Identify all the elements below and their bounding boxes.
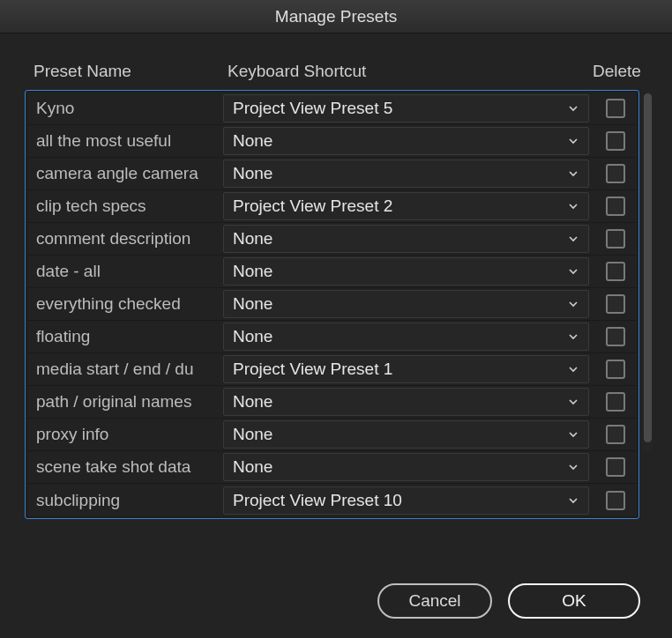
- delete-cell: [594, 262, 637, 281]
- table-row: date - allNone: [27, 256, 637, 288]
- shortcut-cell: Project View Preset 1: [223, 355, 589, 383]
- preset-table: KynoProject View Preset 5all the most us…: [25, 90, 639, 519]
- preset-name-cell[interactable]: camera angle camera: [27, 164, 218, 183]
- chevron-down-icon: [567, 494, 579, 507]
- preset-name-cell[interactable]: path / original names: [27, 392, 218, 412]
- delete-checkbox[interactable]: [606, 294, 625, 314]
- cancel-button[interactable]: Cancel: [377, 583, 492, 619]
- shortcut-dropdown-label: None: [233, 457, 273, 477]
- table-row: path / original namesNone: [27, 386, 637, 419]
- shortcut-dropdown[interactable]: None: [223, 388, 589, 416]
- preset-name-cell[interactable]: scene take shot data: [27, 457, 218, 477]
- delete-cell: [594, 457, 637, 477]
- dialog-content: Preset Name Keyboard Shortcut Delete Kyn…: [0, 33, 672, 564]
- shortcut-dropdown[interactable]: None: [223, 127, 589, 155]
- dialog-title: Manage Presets: [275, 7, 397, 26]
- shortcut-cell: None: [223, 290, 589, 318]
- shortcut-cell: None: [223, 127, 589, 155]
- table-row: clip tech specsProject View Preset 2: [27, 190, 637, 223]
- delete-checkbox[interactable]: [606, 99, 625, 118]
- shortcut-dropdown[interactable]: None: [223, 225, 589, 253]
- delete-checkbox[interactable]: [606, 131, 625, 151]
- preset-name-cell[interactable]: floating: [27, 327, 218, 346]
- chevron-down-icon: [567, 298, 579, 310]
- preset-name-cell[interactable]: all the most useful: [27, 131, 218, 151]
- shortcut-dropdown[interactable]: Project View Preset 1: [223, 355, 589, 383]
- shortcut-cell: None: [223, 453, 589, 481]
- shortcut-dropdown[interactable]: Project View Preset 10: [223, 486, 589, 515]
- shortcut-dropdown-label: None: [233, 327, 273, 346]
- preset-name-cell[interactable]: everything checked: [27, 294, 218, 314]
- dialog-footer: Cancel OK: [0, 564, 672, 638]
- manage-presets-dialog: Manage Presets Preset Name Keyboard Shor…: [0, 0, 672, 638]
- shortcut-dropdown-label: None: [233, 392, 273, 412]
- table-row: comment descriptionNone: [27, 223, 637, 256]
- delete-cell: [594, 294, 637, 314]
- shortcut-cell: None: [223, 323, 589, 351]
- ok-button[interactable]: OK: [508, 583, 640, 619]
- preset-name-cell[interactable]: date - all: [27, 262, 218, 281]
- delete-checkbox[interactable]: [606, 491, 625, 510]
- cancel-button-label: Cancel: [408, 591, 460, 611]
- shortcut-dropdown-label: Project View Preset 10: [233, 491, 402, 510]
- shortcut-dropdown[interactable]: None: [223, 160, 589, 188]
- chevron-down-icon: [567, 428, 579, 441]
- column-header-shortcut: Keyboard Shortcut: [228, 62, 593, 81]
- preset-name-cell[interactable]: media start / end / du: [27, 360, 218, 379]
- delete-cell: [594, 327, 637, 346]
- delete-checkbox[interactable]: [606, 425, 625, 444]
- table-row: proxy infoNone: [27, 419, 637, 451]
- table-row: subclippingProject View Preset 10: [27, 484, 637, 516]
- chevron-down-icon: [567, 233, 579, 245]
- shortcut-dropdown[interactable]: None: [223, 257, 589, 286]
- shortcut-cell: None: [223, 388, 589, 416]
- shortcut-dropdown[interactable]: Project View Preset 2: [223, 192, 589, 220]
- delete-checkbox[interactable]: [606, 197, 625, 216]
- scrollbar[interactable]: [643, 92, 653, 451]
- shortcut-dropdown[interactable]: None: [223, 323, 589, 351]
- preset-name-cell[interactable]: Kyno: [27, 99, 218, 118]
- preset-name-cell[interactable]: proxy info: [27, 425, 218, 444]
- delete-checkbox[interactable]: [606, 392, 625, 412]
- shortcut-dropdown[interactable]: None: [223, 290, 589, 318]
- column-header-name: Preset Name: [34, 62, 228, 81]
- table-row: media start / end / duProject View Prese…: [27, 353, 637, 386]
- preset-name-cell[interactable]: clip tech specs: [27, 197, 218, 216]
- titlebar: Manage Presets: [0, 0, 672, 33]
- shortcut-dropdown-label: None: [233, 131, 273, 151]
- chevron-down-icon: [567, 102, 579, 115]
- shortcut-dropdown[interactable]: None: [223, 453, 589, 481]
- delete-cell: [594, 425, 637, 444]
- delete-checkbox[interactable]: [606, 327, 625, 346]
- delete-cell: [594, 164, 637, 183]
- shortcut-dropdown-label: None: [233, 294, 273, 314]
- table-row: floatingNone: [27, 321, 637, 353]
- chevron-down-icon: [567, 135, 579, 147]
- shortcut-cell: None: [223, 257, 589, 286]
- table-row: camera angle cameraNone: [27, 158, 637, 190]
- preset-name-cell[interactable]: comment description: [27, 229, 218, 249]
- table-row: scene take shot dataNone: [27, 451, 637, 484]
- delete-cell: [594, 229, 637, 249]
- scrollbar-thumb[interactable]: [644, 93, 652, 442]
- delete-checkbox[interactable]: [606, 457, 625, 477]
- shortcut-cell: None: [223, 225, 589, 253]
- delete-checkbox[interactable]: [606, 229, 625, 249]
- delete-checkbox[interactable]: [606, 164, 625, 183]
- shortcut-dropdown[interactable]: Project View Preset 5: [223, 94, 589, 122]
- shortcut-dropdown[interactable]: None: [223, 420, 589, 449]
- shortcut-cell: None: [223, 160, 589, 188]
- column-header-delete: Delete: [593, 62, 649, 81]
- delete-checkbox[interactable]: [606, 360, 625, 379]
- preset-name-cell[interactable]: subclipping: [27, 491, 218, 510]
- chevron-down-icon: [567, 330, 579, 343]
- delete-checkbox[interactable]: [606, 262, 625, 281]
- table-row: KynoProject View Preset 5: [27, 93, 637, 125]
- shortcut-cell: None: [223, 420, 589, 449]
- chevron-down-icon: [567, 363, 579, 375]
- chevron-down-icon: [567, 461, 579, 473]
- shortcut-cell: Project View Preset 10: [223, 486, 589, 515]
- chevron-down-icon: [567, 200, 579, 212]
- shortcut-dropdown-label: None: [233, 229, 273, 249]
- shortcut-cell: Project View Preset 2: [223, 192, 589, 220]
